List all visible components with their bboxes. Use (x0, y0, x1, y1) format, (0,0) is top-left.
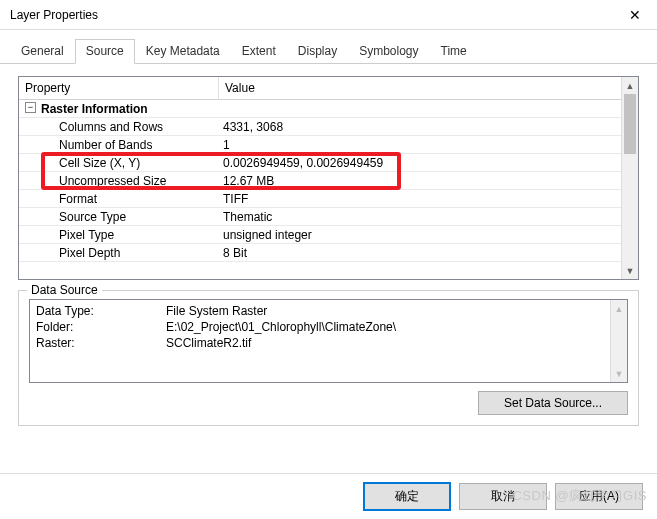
prop-label: Source Type (19, 210, 219, 224)
cancel-button[interactable]: 取消 (459, 483, 547, 510)
grid-header: Property Value (19, 77, 638, 100)
ds-raster-value: SCClimateR2.tif (166, 336, 621, 352)
scroll-track[interactable] (622, 94, 638, 262)
prop-label: Columns and Rows (19, 120, 219, 134)
prop-label: Format (19, 192, 219, 206)
scroll-down-icon: ▼ (611, 365, 627, 382)
ds-row: Data Type: File System Raster (36, 304, 621, 320)
apply-button[interactable]: 应用(A) (555, 483, 643, 510)
prop-value: 0.0026949459, 0.0026949459 (219, 156, 638, 170)
set-data-source-button[interactable]: Set Data Source... (478, 391, 628, 415)
ds-data-type-label: Data Type: (36, 304, 166, 320)
prop-value: Thematic (219, 210, 638, 224)
prop-value: TIFF (219, 192, 638, 206)
ds-folder-value: E:\02_Project\01_Chlorophyll\ClimateZone… (166, 320, 621, 336)
group-label: Raster Information (19, 102, 219, 116)
prop-label: Cell Size (X, Y) (19, 156, 219, 170)
close-icon: ✕ (629, 7, 641, 23)
property-row[interactable]: Pixel Type unsigned integer (19, 226, 638, 244)
prop-label: Pixel Depth (19, 246, 219, 260)
tab-display[interactable]: Display (287, 39, 348, 64)
ds-row: Folder: E:\02_Project\01_Chlorophyll\Cli… (36, 320, 621, 336)
prop-label: Number of Bands (19, 138, 219, 152)
scroll-up-icon: ▲ (611, 300, 627, 317)
ds-raster-label: Raster: (36, 336, 166, 352)
tab-strip: General Source Key Metadata Extent Displ… (0, 30, 657, 64)
tab-extent[interactable]: Extent (231, 39, 287, 64)
property-row[interactable]: Source Type Thematic (19, 208, 638, 226)
tab-general[interactable]: General (10, 39, 75, 64)
data-source-text[interactable]: Data Type: File System Raster Folder: E:… (29, 299, 628, 383)
property-row[interactable]: Cell Size (X, Y) 0.0026949459, 0.0026949… (19, 154, 638, 172)
data-source-group: Data Source Data Type: File System Raste… (18, 290, 639, 426)
property-grid: Property Value − Raster Information Colu… (18, 76, 639, 280)
property-row[interactable]: Format TIFF (19, 190, 638, 208)
prop-value: 8 Bit (219, 246, 638, 260)
data-source-legend: Data Source (27, 283, 102, 297)
ds-button-row: Set Data Source... (29, 391, 628, 415)
collapse-icon[interactable]: − (25, 102, 36, 113)
grid-body: − Raster Information Columns and Rows 43… (19, 100, 638, 276)
titlebar: Layer Properties ✕ (0, 0, 657, 30)
property-row[interactable]: Uncompressed Size 12.67 MB (19, 172, 638, 190)
property-row[interactable]: Pixel Depth 8 Bit (19, 244, 638, 262)
prop-label: Pixel Type (19, 228, 219, 242)
prop-value: unsigned integer (219, 228, 638, 242)
scroll-up-icon[interactable]: ▲ (622, 77, 638, 94)
tab-source[interactable]: Source (75, 39, 135, 64)
tab-content: Property Value − Raster Information Colu… (0, 64, 657, 436)
close-button[interactable]: ✕ (612, 0, 657, 30)
ds-folder-label: Folder: (36, 320, 166, 336)
prop-value: 1 (219, 138, 638, 152)
scroll-thumb[interactable] (624, 94, 636, 154)
tab-symbology[interactable]: Symbology (348, 39, 429, 64)
ds-row: Raster: SCClimateR2.tif (36, 336, 621, 352)
prop-value: 12.67 MB (219, 174, 638, 188)
header-value[interactable]: Value (219, 77, 638, 99)
ds-scrollbar[interactable]: ▲ ▼ (610, 300, 627, 382)
scroll-down-icon[interactable]: ▼ (622, 262, 638, 279)
prop-label: Uncompressed Size (19, 174, 219, 188)
property-row[interactable]: Number of Bands 1 (19, 136, 638, 154)
window-title: Layer Properties (10, 8, 612, 22)
group-raster-information[interactable]: − Raster Information (19, 100, 638, 118)
tab-time[interactable]: Time (430, 39, 478, 64)
ok-button[interactable]: 确定 (363, 482, 451, 511)
grid-scrollbar[interactable]: ▲ ▼ (621, 77, 638, 279)
prop-value: 4331, 3068 (219, 120, 638, 134)
header-property[interactable]: Property (19, 77, 219, 99)
tab-key-metadata[interactable]: Key Metadata (135, 39, 231, 64)
ds-data-type-value: File System Raster (166, 304, 621, 320)
property-row[interactable]: Columns and Rows 4331, 3068 (19, 118, 638, 136)
dialog-footer: 确定 取消 应用(A) (0, 473, 657, 519)
